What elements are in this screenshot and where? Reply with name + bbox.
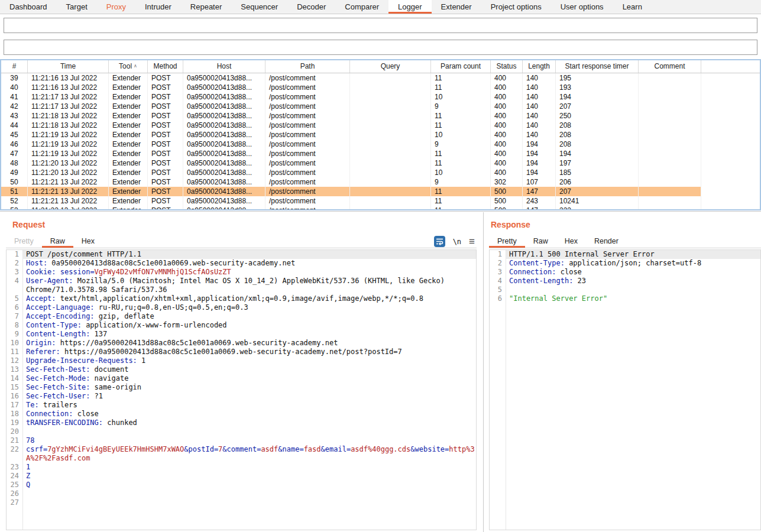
response-line-6: 6"Internal Server Error": [490, 294, 760, 303]
menu-item-decoder[interactable]: Decoder: [287, 0, 335, 14]
response-tab-render[interactable]: Render: [586, 235, 627, 248]
cell-time: 11:21:16 13 Jul 2022: [28, 73, 109, 83]
cell-host: 0a9500020413d88...: [183, 168, 265, 177]
line-content: Content-Length: 23: [506, 277, 760, 286]
table-row-39[interactable]: 3911:21:16 13 Jul 2022ExtenderPOST0a9500…: [1, 73, 760, 83]
cell-time: 11:21:22 13 Jul 2022: [28, 206, 109, 210]
table-row-43[interactable]: 4311:21:18 13 Jul 2022ExtenderPOST0a9500…: [1, 111, 760, 121]
cell-status: 500: [491, 206, 523, 210]
column-header-comment[interactable]: Comment: [639, 60, 701, 73]
response-title: Response: [491, 220, 530, 229]
response-line-3: 3Connection: close: [490, 268, 760, 277]
cell-query: [350, 149, 431, 158]
menu-item-extender[interactable]: Extender: [432, 0, 481, 14]
table-row-48[interactable]: 4811:21:20 13 Jul 2022ExtenderPOST0a9500…: [1, 158, 760, 168]
cell-start-response-timer: 195: [556, 73, 639, 83]
response-editor[interactable]: 1HTTP/1.1 500 Internal Server Error2Cont…: [489, 249, 761, 530]
line-content: Accept-Encoding: gzip, deflate: [22, 312, 476, 321]
view-filter-bar[interactable]: View filter: Showing all items: [4, 40, 757, 55]
cell-tool: Extender: [109, 83, 148, 92]
cell-host: 0a9500020413d88...: [183, 121, 265, 130]
line-number: 26: [7, 489, 22, 498]
capture-filter-bar[interactable]: Capture filter: Logger memory limit set …: [4, 18, 757, 33]
soft-wrap-icon[interactable]: [434, 236, 445, 247]
response-tab-pretty[interactable]: Pretty: [489, 235, 525, 248]
cell-query: [350, 102, 431, 111]
cell-status: 400: [491, 158, 523, 168]
column-header-method[interactable]: Method: [148, 60, 183, 73]
request-line-18: 18Connection: close: [7, 410, 476, 419]
newline-characters-icon[interactable]: \n: [453, 238, 461, 246]
table-row-40[interactable]: 4011:21:16 13 Jul 2022ExtenderPOST0a9500…: [1, 83, 760, 92]
response-tab-raw[interactable]: Raw: [525, 235, 556, 248]
table-row-52[interactable]: 5211:21:21 13 Jul 2022ExtenderPOST0a9500…: [1, 196, 760, 206]
column-header-query[interactable]: Query: [350, 60, 431, 73]
cell-method: POST: [148, 149, 183, 158]
cell-time: 11:21:18 13 Jul 2022: [28, 121, 109, 130]
cell-filler: [701, 177, 760, 187]
line-number: 5: [7, 294, 22, 303]
table-row-44[interactable]: 4411:21:18 13 Jul 2022ExtenderPOST0a9500…: [1, 121, 760, 130]
menu-item-comparer[interactable]: Comparer: [335, 0, 388, 14]
menu-item-logger[interactable]: Logger: [388, 0, 431, 14]
menu-item-intruder[interactable]: Intruder: [135, 0, 181, 14]
cell-path: /post/comment: [265, 92, 350, 102]
column-header-start-response-timer[interactable]: Start response timer: [556, 60, 639, 73]
cell-start-response-timer: 207: [556, 102, 639, 111]
cell-status: 400: [491, 140, 523, 149]
editor-menu-icon[interactable]: ≡: [469, 236, 475, 247]
menu-item-user-options[interactable]: User options: [551, 0, 613, 14]
table-row-41[interactable]: 4111:21:17 13 Jul 2022ExtenderPOST0a9500…: [1, 92, 760, 102]
line-content: Z: [22, 472, 476, 481]
column-header-length[interactable]: Length: [523, 60, 556, 73]
table-editor-split-divider[interactable]: [0, 211, 761, 212]
cell-length: 194: [523, 149, 556, 158]
table-row-46[interactable]: 4611:21:19 13 Jul 2022ExtenderPOST0a9500…: [1, 140, 760, 149]
response-tab-hex[interactable]: Hex: [556, 235, 586, 248]
cell-start-response-timer: 208: [556, 121, 639, 130]
column-header--[interactable]: #: [1, 60, 28, 73]
menu-item-target[interactable]: Target: [57, 0, 97, 14]
cell-comment: [639, 158, 701, 168]
cell-query: [350, 158, 431, 168]
menu-item-proxy[interactable]: Proxy: [97, 0, 135, 14]
table-row-50[interactable]: 5011:21:21 13 Jul 2022ExtenderPOST0a9500…: [1, 177, 760, 187]
request-tab-hex[interactable]: Hex: [73, 235, 103, 248]
cell--: 44: [1, 121, 28, 130]
column-header-tool[interactable]: Tool∧: [109, 60, 148, 73]
table-row-45[interactable]: 4511:21:19 13 Jul 2022ExtenderPOST0a9500…: [1, 130, 760, 140]
table-header-row: #TimeTool∧MethodHostPathQueryParam count…: [1, 60, 760, 73]
menu-item-repeater[interactable]: Repeater: [181, 0, 231, 14]
line-content: [22, 427, 476, 436]
menu-item-sequencer[interactable]: Sequencer: [231, 0, 287, 14]
menu-item-learn[interactable]: Learn: [613, 0, 652, 14]
line-content: tRANSFER-ENCODING: chunked: [22, 419, 476, 427]
cell-start-response-timer: 10241: [556, 196, 639, 206]
menu-item-project-options[interactable]: Project options: [481, 0, 551, 14]
table-row-47[interactable]: 4711:21:19 13 Jul 2022ExtenderPOST0a9500…: [1, 149, 760, 158]
table-row-51[interactable]: 5111:21:21 13 Jul 2022ExtenderPOST0a9500…: [1, 187, 760, 196]
table-row-53[interactable]: 5311:21:22 13 Jul 2022ExtenderPOST0a9500…: [1, 206, 760, 210]
request-tab-raw[interactable]: Raw: [42, 235, 73, 248]
line-content: csrf=7gYzhMCiFvi4gBEyUEEk7HmHSHM7xWAO&po…: [22, 445, 476, 463]
column-header-host[interactable]: Host: [183, 60, 265, 73]
column-header-status[interactable]: Status: [491, 60, 523, 73]
table-row-42[interactable]: 4211:21:17 13 Jul 2022ExtenderPOST0a9500…: [1, 102, 760, 111]
cell-path: /post/comment: [265, 140, 350, 149]
table-row-49[interactable]: 4911:21:20 13 Jul 2022ExtenderPOST0a9500…: [1, 168, 760, 177]
cell-param-count: 10: [431, 130, 491, 140]
menu-item-dashboard[interactable]: Dashboard: [0, 0, 57, 14]
column-header-path[interactable]: Path: [265, 60, 350, 73]
line-content: User-Agent: Mozilla/5.0 (Macintosh; Inte…: [22, 277, 476, 294]
column-header-param-count[interactable]: Param count: [431, 60, 491, 73]
response-line-5: 5: [490, 286, 760, 294]
column-header-time[interactable]: Time: [28, 60, 109, 73]
line-number: 2: [7, 259, 22, 268]
request-editor[interactable]: 1POST /post/comment HTTP/1.12Host: 0a950…: [6, 249, 477, 530]
request-tab-pretty[interactable]: Pretty: [6, 235, 42, 248]
request-line-21: 2178: [7, 436, 476, 445]
cell-filler: [701, 130, 760, 140]
cell-length: 140: [523, 121, 556, 130]
line-number: 9: [7, 330, 22, 339]
cell-filler: [701, 140, 760, 149]
